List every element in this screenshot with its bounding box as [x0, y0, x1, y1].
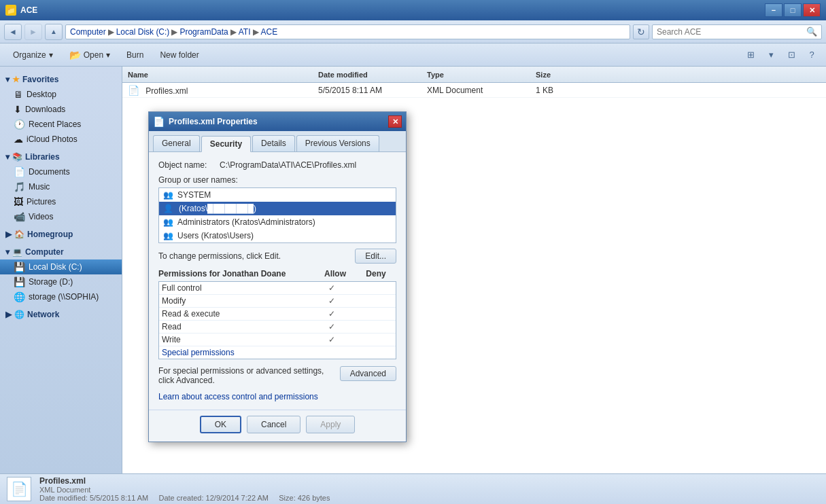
tab-security[interactable]: Security	[201, 136, 251, 152]
title-bar-left: 📁 ACE	[5, 5, 37, 16]
group-user-label: Group or user names:	[158, 175, 396, 185]
computer-header[interactable]: ▾ 💻 Computer	[0, 245, 122, 259]
column-date-modified[interactable]: Date modified	[318, 71, 427, 79]
sidebar-item-desktop[interactable]: 🖥 Desktop	[0, 87, 122, 102]
computer-label: Computer	[25, 247, 64, 257]
file-name-cell: 📄 Profiles.xml	[128, 85, 318, 96]
perm-allow-readexecute: ✓	[311, 309, 352, 319]
open-button[interactable]: 📂 Open ▾	[62, 46, 118, 64]
breadcrumb-sep2: ▶	[171, 27, 177, 37]
change-perm-row: To change permissions, click Edit. Edit.…	[158, 249, 396, 264]
tab-general[interactable]: General	[153, 135, 200, 151]
window-controls: − □ ✕	[765, 3, 821, 17]
breadcrumb-ati[interactable]: ATI	[239, 27, 251, 37]
organize-button[interactable]: Organize ▾	[5, 46, 61, 64]
sidebar-item-pictures[interactable]: 🖼 Pictures	[0, 194, 122, 209]
homegroup-chevron-icon: ▶	[5, 230, 12, 239]
perm-name-write: Write	[162, 335, 311, 344]
network-header[interactable]: ▶ 🌐 Network	[0, 307, 122, 322]
dialog-close-button[interactable]: ✕	[388, 115, 402, 128]
object-name-value: C:\ProgramData\ATI\ACE\Profiles.xml	[220, 160, 356, 170]
file-row[interactable]: 📄 Profiles.xml 5/5/2015 8:11 AM XML Docu…	[122, 83, 826, 98]
edit-button[interactable]: Edit...	[355, 249, 396, 264]
network-label: Network	[27, 310, 59, 319]
column-size[interactable]: Size	[536, 71, 590, 79]
view-options-button[interactable]: ⊞	[742, 47, 759, 63]
sidebar-item-storage-sophia[interactable]: 🌐 storage (\\SOPHIA)	[0, 289, 122, 304]
address-bar: ◄ ► ▲ Computer ▶ Local Disk (C:) ▶ Progr…	[0, 20, 826, 43]
sidebar-item-icloud[interactable]: ☁ iCloud Photos	[0, 132, 122, 147]
dialog-content: Object name: C:\ProgramData\ATI\ACE\Prof…	[149, 152, 406, 410]
cancel-button[interactable]: Cancel	[247, 416, 300, 433]
back-button[interactable]: ◄	[4, 24, 22, 40]
tab-details[interactable]: Details	[252, 135, 295, 151]
burn-button[interactable]: Burn	[119, 46, 151, 64]
refresh-button[interactable]: ↻	[633, 24, 649, 39]
search-input[interactable]	[657, 27, 804, 37]
user-icon-system: 👥	[163, 190, 173, 200]
users-list: 👥 SYSTEM 👤 (Kratos\████████) 👥 Administr…	[158, 187, 396, 243]
status-file-icon: 📄	[7, 477, 31, 501]
sidebar-item-documents[interactable]: 📄 Documents	[0, 164, 122, 179]
sidebar-item-downloads[interactable]: ⬇ Downloads	[0, 102, 122, 117]
up-button[interactable]: ▲	[45, 24, 63, 40]
user-item-users[interactable]: 👥 Users (Kratos\Users)	[159, 229, 396, 242]
breadcrumb[interactable]: Computer ▶ Local Disk (C:) ▶ ProgramData…	[65, 24, 630, 39]
downloads-icon: ⬇	[14, 104, 22, 115]
sidebar-item-local-disk[interactable]: 💾 Local Disk (C:)	[0, 259, 122, 274]
organize-chevron-icon: ▾	[49, 50, 53, 60]
user-item-administrators[interactable]: 👥 Administrators (Kratos\Administrators)	[159, 215, 396, 229]
breadcrumb-ace[interactable]: ACE	[261, 27, 278, 37]
search-icon[interactable]: 🔍	[806, 26, 817, 37]
breadcrumb-computer[interactable]: Computer	[70, 27, 106, 37]
user-item-system[interactable]: 👥 SYSTEM	[159, 188, 396, 202]
libraries-label: Libraries	[25, 152, 60, 162]
tab-previous-versions[interactable]: Previous Versions	[296, 135, 379, 151]
forward-button[interactable]: ►	[24, 24, 42, 40]
ok-button[interactable]: OK	[200, 416, 241, 433]
column-type[interactable]: Type	[427, 71, 536, 79]
icloud-label: iCloud Photos	[27, 134, 78, 144]
libraries-header[interactable]: ▾ 📚 Libraries	[0, 149, 122, 164]
new-folder-button[interactable]: New folder	[152, 46, 206, 64]
special-permissions-link[interactable]: Special permissions	[162, 348, 235, 357]
network-icon: 🌐	[14, 310, 24, 319]
sidebar-item-storage-d[interactable]: 💾 Storage (D:)	[0, 274, 122, 289]
sidebar-item-music[interactable]: 🎵 Music	[0, 179, 122, 194]
homegroup-section: ▶ 🏠 Homegroup	[0, 227, 122, 242]
apply-button[interactable]: Apply	[306, 416, 355, 433]
learn-link[interactable]: Learn about access control and permissio…	[158, 392, 318, 401]
user-name-system: SYSTEM	[177, 190, 211, 200]
perm-row-read: Read ✓	[159, 321, 396, 334]
file-date-cell: 5/5/2015 8:11 AM	[318, 86, 427, 95]
perm-allow-header: Allow	[315, 269, 356, 278]
advanced-button[interactable]: Advanced	[340, 366, 396, 381]
perm-table: Full control ✓ Modify ✓ Read & execute ✓…	[158, 281, 396, 359]
preview-pane-button[interactable]: ⊡	[782, 47, 800, 63]
storage-d-icon: 💾	[14, 276, 25, 287]
sidebar-item-videos[interactable]: 📹 Videos	[0, 209, 122, 224]
dialog-title: Profiles.xml Properties	[169, 117, 258, 126]
properties-dialog: 📄 Profiles.xml Properties ✕ General Secu…	[148, 111, 407, 442]
videos-label: Videos	[29, 212, 53, 221]
homegroup-header[interactable]: ▶ 🏠 Homegroup	[0, 227, 122, 242]
minimize-button[interactable]: −	[765, 3, 782, 17]
breadcrumb-sep4: ▶	[253, 27, 259, 37]
user-item-selected[interactable]: 👤 (Kratos\████████)	[159, 202, 396, 215]
breadcrumb-localdisk[interactable]: Local Disk (C:)	[116, 27, 170, 37]
close-button[interactable]: ✕	[803, 3, 821, 17]
view-chevron-icon[interactable]: ▾	[762, 47, 780, 63]
documents-label: Documents	[29, 167, 70, 177]
recent-label: Recent Places	[29, 120, 81, 129]
downloads-label: Downloads	[25, 105, 65, 114]
sidebar-item-recent-places[interactable]: 🕐 Recent Places	[0, 117, 122, 132]
network-chevron-icon: ▶	[5, 310, 12, 319]
favorites-header[interactable]: ▾ ★ Favorites	[0, 72, 122, 87]
perm-allow-write: ✓	[311, 335, 352, 344]
column-name[interactable]: Name	[128, 71, 318, 79]
maximize-button[interactable]: □	[784, 3, 802, 17]
open-icon: 📂	[69, 50, 81, 60]
breadcrumb-programdata[interactable]: ProgramData	[179, 27, 228, 37]
help-button[interactable]: ?	[803, 47, 821, 63]
pictures-icon: 🖼	[14, 196, 23, 207]
